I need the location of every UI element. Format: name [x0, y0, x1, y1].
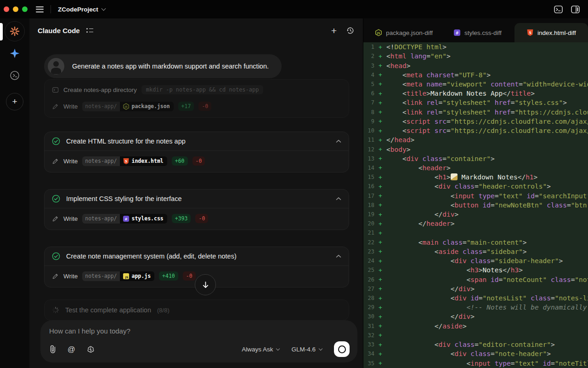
status-row: Test the complete application(8/8) [45, 300, 349, 320]
svg-text:JS: JS [377, 31, 380, 35]
write-row: Writenotes-app/JSpackage.json+17-0 [52, 100, 341, 113]
line-number: 31 [363, 323, 374, 329]
action-label: Write [63, 158, 78, 165]
collapse-chevron-icon[interactable] [336, 139, 341, 143]
toggle-right-panel-icon[interactable] [571, 6, 580, 13]
line-content: </div> [386, 211, 588, 218]
claude-logo-button[interactable] [5, 21, 25, 41]
task-list-icon[interactable] [86, 28, 93, 33]
project-selector[interactable]: ZCodeProject [58, 6, 105, 13]
file-chip[interactable]: notes-app/#styles.css [82, 214, 167, 224]
json-file-icon: JS [375, 29, 382, 36]
line-number: 35 [363, 360, 374, 367]
diff-add-marker: + [374, 90, 386, 97]
task-card-header[interactable]: Create note management system (add, edit… [45, 247, 349, 266]
line-content: <main class="main-content"> [386, 239, 588, 246]
tab-styles.css-diff[interactable]: #styles.css-diff [441, 23, 514, 42]
close-window-button[interactable] [4, 6, 9, 12]
terminal-panel-icon[interactable] [554, 6, 563, 13]
line-content: <button id="newNoteBtn" class="btn btn-p… [386, 201, 588, 209]
file-chip[interactable]: notes-app/5index.html [82, 156, 167, 166]
task-card-header[interactable]: Implement CSS styling for the interface [45, 190, 349, 208]
arrow-down-icon [202, 281, 209, 289]
diff-add-marker: + [374, 155, 386, 162]
maximize-window-button[interactable] [22, 6, 28, 12]
collapse-chevron-icon[interactable] [336, 254, 341, 258]
json-file-icon: JS [123, 103, 130, 110]
tab-label: styles.css-diff [464, 29, 502, 36]
line-number: 10 [363, 127, 374, 134]
line-number: 16 [363, 183, 374, 190]
diff-line: 9+ <script src="https://cdnjs.cloudflare… [363, 117, 588, 126]
line-content: <h1> Markdown Notes</h1> [386, 173, 588, 181]
tab-package.json-diff[interactable]: JSpackage.json-diff [367, 23, 441, 42]
deletions-badge: -0 [195, 214, 208, 224]
chat-title: Claude Code [38, 27, 80, 34]
task-card: Test the complete application(8/8) [44, 299, 349, 321]
menu-icon[interactable] [36, 6, 44, 12]
line-number: 15 [363, 174, 374, 180]
diff-add-marker: + [374, 276, 386, 283]
spinner-icon [52, 306, 59, 314]
record-icon [338, 345, 346, 353]
diff-line: 18+ <button id="newNoteBtn" class="btn b… [363, 201, 588, 210]
line-content: <span id="noteCount" class="note-count">… [386, 276, 588, 283]
line-number: 32 [363, 332, 374, 339]
history-restore-icon[interactable] [346, 26, 355, 35]
new-chat-button[interactable]: + [331, 26, 337, 35]
task-card-header[interactable]: Create HTML structure for the notes app [45, 132, 349, 151]
deletions-badge: -0 [183, 271, 196, 281]
line-content: <h3>Notes</h3> [386, 266, 588, 274]
diff-line: 12+<body> [363, 144, 588, 154]
action-label: Write [63, 273, 78, 280]
history-button[interactable] [5, 65, 25, 86]
line-number: 4 [363, 72, 374, 78]
sparkle-icon [9, 47, 21, 59]
file-chip[interactable]: notes-app/JSpackage.json [82, 102, 173, 111]
voice-record-button[interactable] [334, 341, 350, 357]
diff-line: 31+ </aside> [363, 322, 588, 331]
line-number: 24 [363, 258, 374, 264]
claude-starburst-icon [9, 26, 20, 37]
line-content: <!DOCTYPE html> [386, 43, 588, 51]
line-content: <script src="https://cdnjs.cloudflare.co… [386, 118, 588, 125]
diff-line: 17+ <input type="text" id="searchInput" … [363, 191, 588, 201]
mention-icon[interactable]: @ [68, 345, 75, 354]
svg-text:5: 5 [125, 159, 127, 163]
diff-line: 32+ [363, 331, 588, 340]
chevron-down-icon [319, 347, 322, 351]
assistant-sparkle-button[interactable] [5, 43, 25, 63]
diff-add-marker: + [374, 295, 386, 302]
line-content: <input type="text" id="searchInput" plac… [386, 192, 588, 200]
thinking-brain-icon[interactable] [86, 345, 95, 353]
line-number: 30 [363, 313, 374, 320]
model-dropdown[interactable]: GLM-4.6 [291, 346, 322, 353]
diff-line: 2+<html lang="en"> [363, 52, 588, 61]
diff-line: 13+ <div class="container"> [363, 154, 588, 163]
line-number: 8 [363, 109, 374, 115]
terminal-history-icon [9, 70, 20, 81]
diff-line: 10+ <script src="https://cdnjs.cloudflar… [363, 126, 588, 135]
file-name-text: styles.css [132, 215, 164, 222]
css-file-icon: # [453, 29, 461, 36]
chat-input[interactable] [49, 327, 350, 335]
permission-mode-dropdown[interactable]: Always Ask [242, 346, 279, 353]
chevron-down-icon [276, 347, 280, 351]
tab-index.html-diff[interactable]: 5index.html-diff [514, 23, 588, 42]
new-session-button[interactable]: + [6, 93, 23, 110]
file-chip[interactable]: notes-app/JSapp.js [82, 271, 154, 281]
user-message-text: Generate a notes app with markdown suppo… [72, 63, 269, 70]
line-number: 26 [363, 276, 374, 283]
diff-line: 6+ <title>Markdown Notes App</title> [363, 89, 588, 98]
minimize-window-button[interactable] [13, 6, 18, 12]
attach-file-icon[interactable] [49, 345, 57, 353]
task-title: Implement CSS styling for the interface [66, 195, 181, 202]
nav-rail: + [0, 18, 29, 368]
line-number: 22 [363, 239, 374, 246]
line-number: 3 [363, 63, 374, 69]
collapse-chevron-icon[interactable] [336, 197, 341, 201]
pencil-icon [52, 103, 59, 110]
line-number: 28 [363, 295, 374, 301]
scroll-to-bottom-button[interactable] [195, 274, 216, 295]
diff-panel: JSpackage.json-diff#styles.css-diff5inde… [363, 18, 588, 368]
